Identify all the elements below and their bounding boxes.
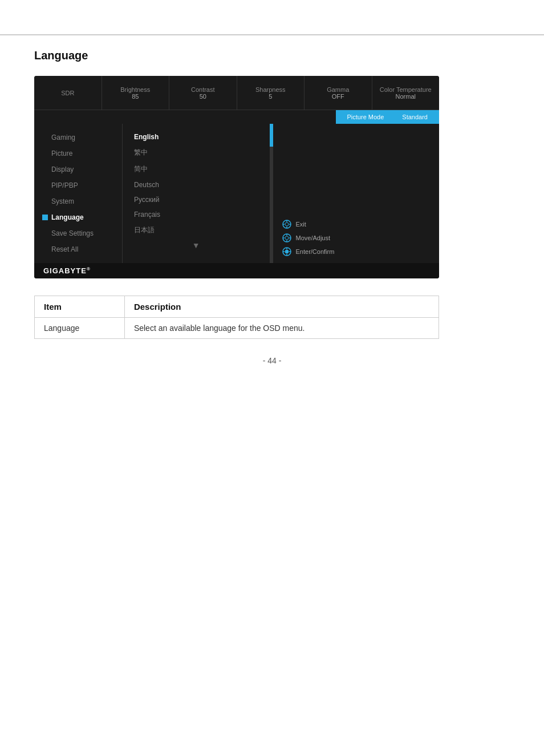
svg-point-1	[285, 223, 289, 226]
osd-body: Gaming Picture Display PIP/PBP System La…	[34, 124, 439, 263]
lang-russian[interactable]: Русский	[123, 192, 270, 207]
control-exit: Exit	[281, 219, 306, 230]
osd-highlight-bar: Picture Mode Standard	[34, 110, 439, 124]
lang-japanese[interactable]: 日本語	[123, 222, 270, 238]
page-number: - 44 -	[0, 356, 544, 365]
osd-topbar-contrast: Contrast 50	[169, 76, 237, 110]
osd-lang-area: English 繁中 简中 Deutsch Русский Français	[123, 124, 273, 263]
lang-english[interactable]: English	[123, 130, 270, 144]
nav-reset-all[interactable]: Reset All	[34, 241, 122, 257]
osd-topbar-brightness: Brightness 85	[102, 76, 170, 110]
osd-topbar-color-temp: Color Temperature Normal	[372, 76, 440, 110]
move-icon	[281, 232, 293, 244]
top-divider	[0, 34, 544, 35]
osd-topbar-sdr: SDR	[34, 76, 102, 110]
nav-pip-pbp[interactable]: PIP/PBP	[34, 177, 122, 193]
enter-icon	[281, 246, 293, 257]
osd-nav: Gaming Picture Display PIP/PBP System La…	[34, 124, 123, 263]
table-cell-description: Select an available language for the OSD…	[124, 318, 439, 339]
chevron-down-icon: ▼	[192, 241, 200, 250]
osd-controls: Exit Move/Adjust	[281, 219, 432, 257]
nav-language[interactable]: Language	[34, 209, 122, 225]
exit-icon	[281, 219, 293, 230]
control-enter: Enter/Confirm	[281, 246, 335, 257]
nav-save-settings[interactable]: Save Settings	[34, 225, 122, 241]
highlight-tab: Picture Mode Standard	[336, 110, 439, 124]
table-row: Language Select an available language fo…	[35, 318, 439, 339]
osd-lang-list: English 繁中 简中 Deutsch Русский Français	[123, 124, 270, 263]
info-table: Item Description Language Select an avai…	[34, 296, 439, 339]
page-title: Language	[34, 49, 544, 62]
osd-right-panel: Exit Move/Adjust	[273, 124, 440, 263]
control-move: Move/Adjust	[281, 232, 331, 244]
col-description-header: Description	[124, 296, 439, 318]
nav-gaming[interactable]: Gaming	[34, 130, 122, 145]
lang-french[interactable]: Français	[123, 207, 270, 222]
nav-picture[interactable]: Picture	[34, 145, 122, 161]
lang-deutsch[interactable]: Deutsch	[123, 177, 270, 192]
lang-simplified-chinese[interactable]: 简中	[123, 161, 270, 177]
svg-point-7	[285, 236, 289, 240]
nav-display[interactable]: Display	[34, 161, 122, 177]
osd-footer: GIGABYTE®	[34, 263, 439, 278]
osd-topbar: SDR Brightness 85 Contrast 50 Sharpness …	[34, 76, 439, 110]
lang-traditional-chinese[interactable]: 繁中	[123, 144, 270, 161]
osd-display: SDR Brightness 85 Contrast 50 Sharpness …	[34, 76, 439, 278]
osd-topbar-sharpness: Sharpness 5	[237, 76, 305, 110]
svg-point-13	[285, 250, 289, 253]
table-cell-item: Language	[35, 318, 125, 339]
nav-system[interactable]: System	[34, 193, 122, 209]
lang-scroll-down: ▼	[123, 238, 270, 252]
gigabyte-logo: GIGABYTE®	[43, 266, 91, 275]
col-item-header: Item	[35, 296, 125, 318]
osd-topbar-gamma: Gamma OFF	[305, 76, 372, 110]
